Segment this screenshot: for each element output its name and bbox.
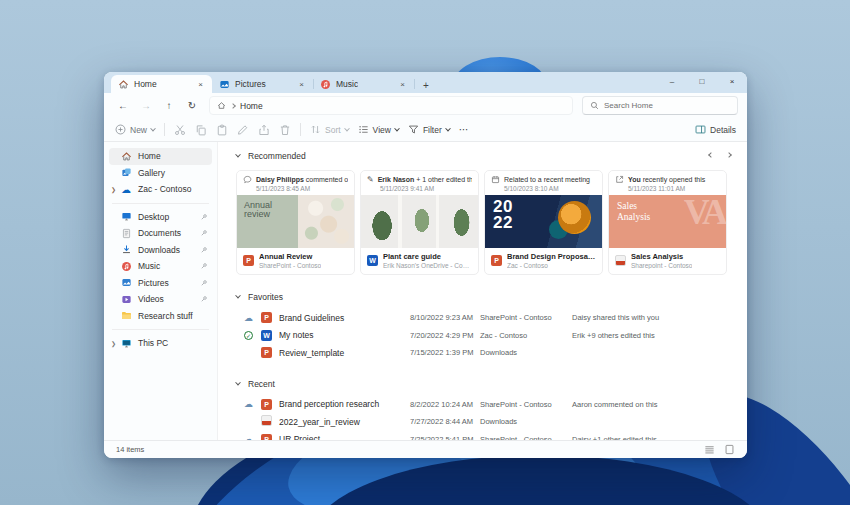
file-row-my-notes[interactable]: ✓ My notes 7/20/2022 4:29 PM Zac - Conto… xyxy=(236,327,747,345)
file-row-brand-perception-research[interactable]: ☁ Brand perception research 8/2/2022 10:… xyxy=(236,396,747,414)
status-bar: 14 items xyxy=(104,440,747,458)
details-button[interactable]: Details xyxy=(695,124,736,135)
file-activity-note: Daisy shared this with you xyxy=(572,313,659,322)
tab-close-icon[interactable]: × xyxy=(297,80,306,89)
file-row-2022-year-in-review[interactable]: 2022_year_in_review 7/27/2022 8:44 AM Do… xyxy=(236,413,747,431)
sidebar-item-research-stuff[interactable]: Research stuff xyxy=(109,308,212,325)
more-options-button[interactable]: ⋯ xyxy=(459,124,470,135)
card-annual-review[interactable]: Daisy Philipps commented on... 5/11/2023… xyxy=(236,170,355,275)
card-plant-care-guide[interactable]: ✎ Erik Nason + 1 other edited this 5/11/… xyxy=(360,170,479,275)
chevron-down-icon[interactable] xyxy=(235,152,241,158)
sidebar-item-gallery[interactable]: Gallery xyxy=(109,165,212,182)
new-button[interactable]: New xyxy=(115,124,155,135)
sort-label: Sort xyxy=(325,125,341,135)
sidebar-item-label: Desktop xyxy=(138,212,169,222)
calendar-icon xyxy=(491,175,500,184)
card-thumbnail: SalesAnalysis xyxy=(609,195,726,248)
sidebar-divider xyxy=(112,203,209,204)
card-thumbnail: 2022 xyxy=(485,195,602,248)
chevron-down-icon[interactable] xyxy=(235,379,241,385)
cut-button[interactable] xyxy=(174,124,186,136)
chevron-expand-icon[interactable]: ❯ xyxy=(111,186,116,193)
scroll-right-icon[interactable] xyxy=(726,152,732,158)
file-row-review-template[interactable]: Review_template 7/15/2022 1:39 PM Downlo… xyxy=(236,344,747,362)
share-button[interactable] xyxy=(258,124,270,136)
folder-icon xyxy=(121,310,132,321)
card-date: 5/11/2023 9:41 AM xyxy=(367,185,472,192)
address-bar[interactable]: Home xyxy=(209,96,573,115)
comment-icon xyxy=(243,175,252,184)
card-source: Zac - Contoso xyxy=(507,262,596,269)
recommended-section-header[interactable]: Recommended xyxy=(236,151,747,161)
file-date: 7/15/2022 1:39 PM xyxy=(410,348,480,357)
chevron-expand-icon[interactable]: ❯ xyxy=(111,340,116,347)
tab-music[interactable]: Music × xyxy=(313,75,414,93)
cloud-sync-icon: ☁ xyxy=(244,313,261,323)
sidebar-item-onedrive-zac-contoso[interactable]: ❯ ☁ Zac - Contoso xyxy=(109,181,212,198)
up-button[interactable]: ↑ xyxy=(159,100,179,111)
file-row-ur-project[interactable]: ☁ UR Project 7/25/2022 5:41 PM SharePoin… xyxy=(236,431,747,441)
back-button[interactable]: ← xyxy=(113,100,133,111)
toolbar-divider xyxy=(164,123,165,136)
maximize-button[interactable]: □ xyxy=(687,72,717,92)
sidebar-item-videos[interactable]: Videos xyxy=(109,291,212,308)
sort-button[interactable]: Sort xyxy=(310,124,349,135)
file-date: 8/10/2022 9:23 AM xyxy=(410,313,480,322)
details-pane-icon xyxy=(695,124,706,135)
home-icon xyxy=(217,101,226,110)
file-activity-note: Aaron commented on this xyxy=(572,400,657,409)
sidebar-item-desktop[interactable]: Desktop xyxy=(109,209,212,226)
recommended-cards: Daisy Philipps commented on... 5/11/2023… xyxy=(236,170,747,275)
details-label: Details xyxy=(710,125,736,135)
card-footer: Brand Design Proposal_v2022 Zac - Contos… xyxy=(485,248,602,274)
card-sales-analysis[interactable]: You recently opened this 5/11/2023 11:01… xyxy=(608,170,727,275)
file-location: SharePoint - Contoso xyxy=(480,400,572,409)
chevron-down-icon xyxy=(150,125,156,131)
sidebar-item-music[interactable]: Music xyxy=(109,258,212,275)
sidebar-item-this-pc[interactable]: ❯ This PC xyxy=(109,335,212,352)
chevron-down-icon[interactable] xyxy=(235,293,241,299)
cloud-sync-icon: ☁ xyxy=(244,399,261,409)
recent-section-header[interactable]: Recent xyxy=(236,379,747,389)
tab-pictures[interactable]: Pictures × xyxy=(212,75,313,93)
pdf-icon xyxy=(261,415,272,426)
list-view-toggle[interactable] xyxy=(704,444,715,455)
pictures-icon xyxy=(219,79,230,90)
sidebar-item-downloads[interactable]: Downloads xyxy=(109,242,212,259)
search-box[interactable]: Search Home xyxy=(582,96,738,115)
rename-button[interactable] xyxy=(237,124,249,136)
file-row-brand-guidelines[interactable]: ☁ Brand Guidelines 8/10/2022 9:23 AM Sha… xyxy=(236,309,747,327)
this-pc-icon xyxy=(121,338,132,349)
card-footer: Sales Analysis Sharepoint - Contoso xyxy=(609,248,726,274)
navigation-bar: ← → ↑ ↻ Home Search Home xyxy=(104,93,747,118)
breadcrumb-location[interactable]: Home xyxy=(240,101,263,111)
file-location: Downloads xyxy=(480,417,572,426)
sidebar-item-home[interactable]: Home xyxy=(109,148,212,165)
minimize-button[interactable]: – xyxy=(657,72,687,92)
close-button[interactable]: × xyxy=(717,72,747,92)
refresh-button[interactable]: ↻ xyxy=(182,100,202,111)
tab-home[interactable]: Home × xyxy=(111,75,212,93)
delete-button[interactable] xyxy=(279,124,291,136)
activity-text: commented on... xyxy=(304,176,348,183)
sidebar-item-pictures[interactable]: Pictures xyxy=(109,275,212,292)
recent-section: Recent ☁ Brand perception research 8/2/2… xyxy=(236,379,747,441)
view-button[interactable]: View xyxy=(358,124,399,135)
powerpoint-icon xyxy=(261,312,272,323)
copy-button[interactable] xyxy=(195,124,207,136)
sidebar-item-documents[interactable]: Documents xyxy=(109,225,212,242)
card-brand-design-proposal[interactable]: Related to a recent meeting 5/10/2023 8:… xyxy=(484,170,603,275)
scroll-left-icon[interactable] xyxy=(708,152,714,158)
tab-close-icon[interactable]: × xyxy=(196,80,205,89)
filter-button[interactable]: Filter xyxy=(408,124,450,135)
paste-button[interactable] xyxy=(216,124,228,136)
powerpoint-icon xyxy=(261,434,272,440)
large-icons-view-toggle[interactable] xyxy=(724,444,735,455)
favorites-section-header[interactable]: Favorites xyxy=(236,292,747,302)
card-source: Sharepoint - Contoso xyxy=(631,262,692,269)
powerpoint-icon xyxy=(491,255,502,266)
activity-actor: Erik Nason xyxy=(378,176,415,183)
new-tab-button[interactable]: + xyxy=(418,80,434,93)
tab-close-icon[interactable]: × xyxy=(398,80,407,89)
forward-button[interactable]: → xyxy=(136,100,156,111)
